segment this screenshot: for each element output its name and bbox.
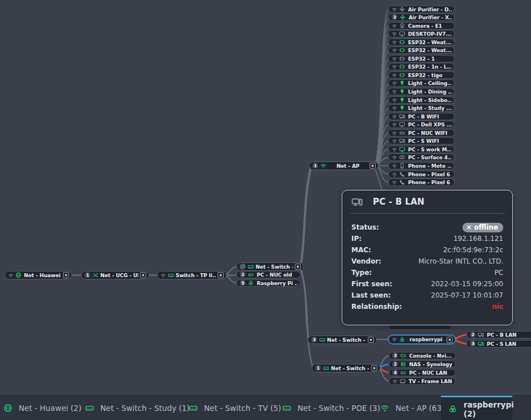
pc-icon: [478, 332, 484, 338]
expand-button[interactable]: [63, 272, 69, 278]
panel-row: Vendor:Micro-Star INTL CO., LTD.: [351, 256, 503, 267]
node-pc-b-lan[interactable]: 2PC - B LAN: [466, 331, 531, 338]
link-count-badge: 2: [240, 271, 246, 278]
monitor-icon: [399, 31, 405, 37]
node-ap-child-6[interactable]: ESP32 - 1: [388, 55, 454, 62]
node-label: Light - Ceiling...: [408, 80, 452, 86]
node-console-nvidia[interactable]: 3Console - Nvi...: [389, 352, 456, 359]
node-net-switch-poe[interactable]: 1Net - Switch - ...: [312, 364, 380, 372]
node-net-huawei[interactable]: Net - Huawei: [5, 271, 72, 279]
panel-row: Type:PC: [351, 267, 503, 278]
monitor-icon: [399, 146, 405, 152]
wifi-icon: [320, 163, 326, 169]
wifi-icon: [392, 172, 397, 177]
expand-button[interactable]: [369, 163, 376, 169]
node-ap-child-14[interactable]: PC - Dell XPS ...: [388, 121, 454, 128]
expand-button[interactable]: [295, 264, 301, 270]
node-label: DESKTOP-IV7...: [408, 31, 452, 37]
node-ap-child-15[interactable]: PC - NUC WIFI: [388, 129, 454, 137]
node-ap-child-19[interactable]: Phone - Moto ...: [388, 162, 454, 169]
node-label: PC - B WIFI: [408, 114, 452, 120]
node-net-ucg[interactable]: 1Net - UCG - Ul...: [81, 271, 149, 279]
panel-divider: [350, 213, 504, 214]
node-ap-child-18[interactable]: PC - Surface 4...: [388, 154, 454, 161]
wifi-icon: [392, 80, 397, 86]
node-ap-child-8[interactable]: ESP32 - tigo: [388, 71, 454, 79]
node-ap-child-10[interactable]: Light - Dining ...: [388, 88, 454, 95]
node-ap-child-2[interactable]: Camera - E1: [388, 22, 454, 29]
expand-button[interactable]: [368, 337, 374, 343]
tab-net-switch-tv-5[interactable]: Net - Switch - TV (5): [189, 396, 281, 420]
expand-button[interactable]: [371, 365, 377, 371]
node-nas-synology[interactable]: 2NAS - Synology: [389, 360, 456, 368]
close-icon: ×: [466, 223, 472, 231]
tab-net-ap-63[interactable]: Net - AP (63): [380, 396, 445, 420]
node-ap-child-20[interactable]: Phone - Pixel 6: [388, 171, 454, 178]
camera-icon: [399, 23, 405, 29]
node-ap-child-4[interactable]: ESP32 - Weat...: [388, 39, 454, 46]
link-count-badge: 3: [311, 337, 317, 343]
wifi-icon: [392, 64, 397, 70]
panel-header: PC - B LAN: [342, 190, 512, 211]
node-net-switch-study[interactable]: Net - Switch - ...: [236, 262, 304, 271]
node-pc-nuc-lan[interactable]: 4PC - NUC LAN: [389, 369, 456, 376]
wifi-icon: [392, 155, 397, 160]
fan-icon: [399, 6, 405, 12]
expand-button[interactable]: [447, 337, 453, 343]
node-raspberry-pi-child[interactable]: 5Raspberry Pi ...: [236, 279, 300, 287]
tab-net-switch-study-1[interactable]: Net - Switch - Study (1): [85, 396, 190, 420]
node-ap-child-0[interactable]: Air Purifier - D...: [388, 6, 454, 13]
node-raspberrypi[interactable]: raspberrypi: [388, 335, 456, 344]
node-ap-child-13[interactable]: PC - B WIFI: [388, 113, 454, 120]
expand-button[interactable]: [218, 272, 224, 278]
tab-net-huawei-2[interactable]: Net - Huawei (2): [3, 396, 82, 420]
node-ap-child-11[interactable]: Light - Sidebo...: [388, 96, 454, 104]
expand-button[interactable]: [140, 272, 146, 278]
tab-net-switch-poe-3[interactable]: Net - Switch - POE (3): [282, 396, 380, 420]
link-count-badge: 1: [312, 163, 318, 169]
node-ap-child-12[interactable]: Light - Study ...: [388, 104, 454, 112]
tv-icon: [400, 378, 406, 384]
node-ap-child-1[interactable]: 2Air Purifier - X...: [388, 14, 454, 21]
panel-row: First seen:2022-03-15 09:25:00: [351, 278, 503, 290]
panel-rows: Status:×offlineIP:192.168.1.121MAC:2c:f0…: [342, 218, 512, 312]
wifi-icon: [392, 73, 397, 78]
wifi-icon: [392, 89, 397, 95]
switch-icon: [319, 337, 325, 343]
node-tv-frame-lan[interactable]: TV - Frame LAN: [389, 377, 456, 385]
node-label: PC - NUC old: [257, 272, 298, 278]
monitor-icon: [399, 121, 405, 128]
node-ap-child-21[interactable]: Phone - Pixel 6: [388, 179, 454, 186]
wifi-icon: [392, 130, 397, 136]
node-switch-tp[interactable]: Switch - TP li...: [157, 271, 227, 279]
nas-icon: [400, 361, 406, 367]
pc-icon: [478, 341, 484, 347]
panel-field-label: IP:: [351, 235, 362, 243]
node-ap-child-17[interactable]: PC - S work M...: [388, 146, 454, 153]
node-net-switch-tv[interactable]: 3Net - Switch - ...: [308, 336, 377, 344]
node-ap-child-16[interactable]: PC - S WIFI: [388, 137, 454, 145]
status-badge: ×offline: [462, 223, 504, 232]
node-ap-child-3[interactable]: DESKTOP-IV7...: [388, 30, 454, 37]
node-label: Net - Huawei: [23, 273, 61, 278]
node-pc-s-lan[interactable]: 3PC - S LAN: [466, 340, 531, 347]
panel-field-label: Vendor:: [351, 257, 381, 265]
node-label: PC - S WIFI: [408, 138, 452, 144]
bottom-tab-bar: Net - Huawei (2)Net - Switch - Study (1)…: [0, 395, 531, 420]
bulb-icon: [399, 80, 405, 86]
panel-field-label: MAC:: [351, 246, 371, 254]
node-label: NAS - Synology: [409, 362, 453, 367]
node-ap-child-5[interactable]: ESP32 - Weat...: [388, 46, 454, 54]
tab-raspberrypi-2[interactable]: raspberrypi (2): [441, 396, 512, 420]
node-pc-nuc-old[interactable]: 2PC - NUC old: [236, 271, 300, 278]
node-ap-child-7[interactable]: ESP32 - 1n - L...: [388, 63, 454, 70]
edge-study-switch-poe: [300, 268, 313, 367]
raspberry-icon: [448, 405, 457, 414]
node-net-ap[interactable]: 1Net - AP: [309, 162, 379, 170]
wifi-icon: [392, 180, 397, 185]
link-count-badge: 1: [315, 365, 321, 371]
wifi-icon: [392, 138, 397, 144]
panel-row: MAC:2c:f0:5d:9e:73:2c: [351, 244, 503, 256]
node-ap-child-9[interactable]: Light - Ceiling...: [388, 79, 454, 87]
pc-icon: [399, 138, 405, 144]
